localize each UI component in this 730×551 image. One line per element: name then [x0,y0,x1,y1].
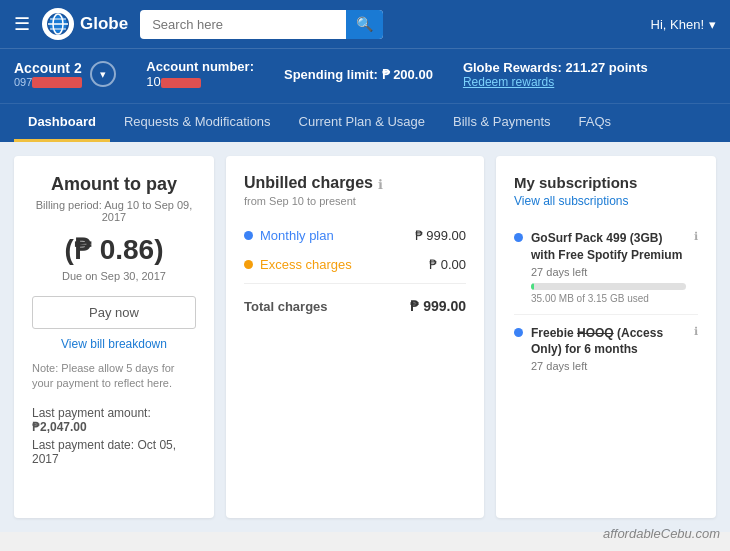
amount-title: Amount to pay [32,174,196,195]
search-button[interactable]: 🔍 [346,10,383,39]
billing-period: Billing period: Aug 10 to Sep 09, 2017 [32,199,196,223]
account-name: Account 2 [14,60,82,76]
unbilled-info-icon[interactable]: ℹ [378,177,383,192]
subscription-item-1: GoSurf Pack 499 (3GB) with Free Spotify … [514,220,698,315]
subscriptions-card: My subscriptions View all subscriptions … [496,156,716,518]
last-payment-amount: Last payment amount: ₱2,047.00 [32,406,196,434]
spending-limit-section: Spending limit: ₱ 200.00 [284,67,433,82]
monthly-plan-row: Monthly plan ₱ 999.00 [244,221,466,250]
sub-info-icon-1[interactable]: ℹ [694,230,698,243]
menu-icon[interactable]: ☰ [14,13,30,35]
monthly-plan-label: Monthly plan [244,228,334,243]
main-content: Amount to pay Billing period: Aug 10 to … [0,142,730,532]
view-bill-link[interactable]: View bill breakdown [32,337,196,351]
globe-rewards-section: Globe Rewards: 211.27 points Redeem rewa… [463,60,648,89]
tab-dashboard[interactable]: Dashboard [14,104,110,142]
tab-requests[interactable]: Requests & Modifications [110,104,285,142]
unbilled-card: Unbilled charges ℹ from Sep 10 to presen… [226,156,484,518]
tab-faqs[interactable]: FAQs [565,104,626,142]
amount-card: Amount to pay Billing period: Aug 10 to … [14,156,214,518]
excess-charges-amount: ₱ 0.00 [429,257,466,272]
header: ☰ Globe 🔍 Hi, Khen! ▾ [0,0,730,48]
search-bar: 🔍 [140,10,383,39]
sub-name-2: Freebie HOOQ (Access Only) for 6 months [531,325,686,359]
account-phone: 097 [14,76,82,89]
rewards-label: Globe Rewards: 211.27 points [463,60,648,75]
sub-days-2: 27 days left [531,360,686,372]
total-charges-row: Total charges ₱ 999.00 [244,288,466,314]
unbilled-title: Unbilled charges [244,174,373,192]
sub-text-1: GoSurf Pack 499 (3GB) with Free Spotify … [531,230,686,304]
spending-limit-label: Spending limit: ₱ 200.00 [284,67,433,82]
progress-bar-fill-1 [531,283,534,290]
user-chevron-icon: ▾ [709,17,716,32]
sub-dot-2 [514,328,523,337]
globe-icon [42,8,74,40]
acct-num-redacted [161,78,201,88]
due-date: Due on Sep 30, 2017 [32,270,196,282]
excess-charges-dot [244,260,253,269]
redeem-link[interactable]: Redeem rewards [463,75,648,89]
account-number-section: Account number: 10 [146,59,254,89]
subscription-item-2: Freebie HOOQ (Access Only) for 6 months … [514,315,698,383]
charges-divider [244,283,466,284]
user-greeting: Hi, Khen! [651,17,704,32]
payment-note: Note: Please allow 5 days for your payme… [32,361,196,392]
monthly-plan-amount: ₱ 999.00 [415,228,466,243]
excess-charges-label: Excess charges [244,257,352,272]
subscriptions-title: My subscriptions [514,174,698,191]
logo-text: Globe [80,14,128,34]
sub-name-1: GoSurf Pack 499 (3GB) with Free Spotify … [531,230,686,264]
logo: Globe [42,8,128,40]
account-info: Account 2 097 ▾ [14,60,116,89]
account-details: Account 2 097 [14,60,82,89]
monthly-plan-dot [244,231,253,240]
total-label: Total charges [244,299,328,314]
monthly-plan-link[interactable]: Monthly plan [260,228,334,243]
tab-current-plan[interactable]: Current Plan & Usage [285,104,439,142]
user-menu[interactable]: Hi, Khen! ▾ [651,17,716,32]
total-amount: ₱ 999.00 [410,298,466,314]
account-chevron-icon[interactable]: ▾ [90,61,116,87]
unbilled-subtitle: from Sep 10 to present [244,195,466,207]
progress-bar-bg-1 [531,283,686,290]
sub-text-2: Freebie HOOQ (Access Only) for 6 months … [531,325,686,373]
tab-bills[interactable]: Bills & Payments [439,104,565,142]
amount-value: (₱ 0.86) [32,233,196,266]
progress-label-1: 35.00 MB of 3.15 GB used [531,293,686,304]
nav-tabs: Dashboard Requests & Modifications Curre… [0,103,730,142]
account-number-label: Account number: [146,59,254,74]
sub-dot-1 [514,233,523,242]
account-meta: Account number: 10 Spending limit: ₱ 200… [146,59,648,89]
phone-redacted [32,77,82,88]
excess-charges-link[interactable]: Excess charges [260,257,352,272]
pay-now-button[interactable]: Pay now [32,296,196,329]
sub-days-1: 27 days left [531,266,686,278]
view-all-subscriptions-link[interactable]: View all subscriptions [514,194,698,208]
excess-charges-row: Excess charges ₱ 0.00 [244,250,466,279]
account-bar: Account 2 097 ▾ Account number: 10 Spend… [0,48,730,103]
sub-info-icon-2[interactable]: ℹ [694,325,698,338]
last-payment-date: Last payment date: Oct 05, 2017 [32,438,196,466]
